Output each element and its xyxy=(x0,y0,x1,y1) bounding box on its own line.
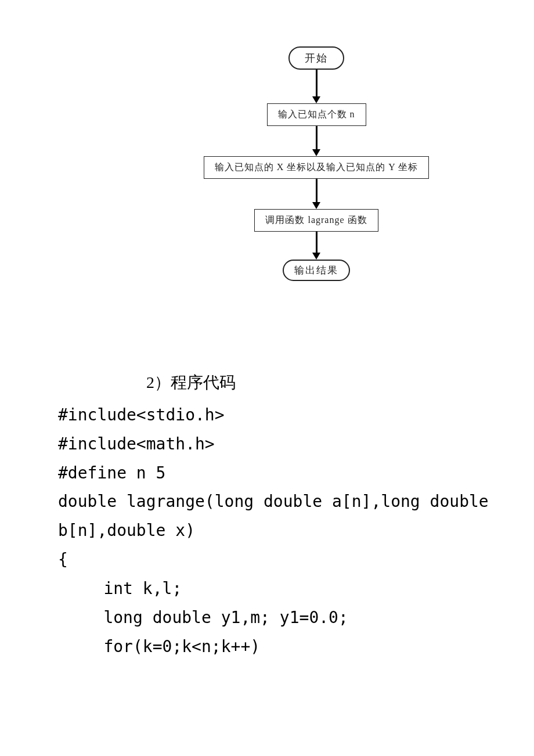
flowchart-arrow xyxy=(316,232,317,260)
flowchart-arrow xyxy=(316,70,317,103)
flowchart-step-input-n: 输入已知点个数 n xyxy=(267,103,366,126)
flowchart-step-label: 输入已知点个数 n xyxy=(278,109,355,119)
flowchart-start-terminator: 开始 xyxy=(288,46,344,70)
flowchart-arrow xyxy=(316,179,317,209)
code-block: #include<stdio.h> #include<math.h> #defi… xyxy=(58,401,488,661)
code-line: b[n],double x) xyxy=(58,521,195,540)
flowchart-arrow xyxy=(316,126,317,156)
flowchart-step-call-lagrange: 调用函数 lagrange 函数 xyxy=(254,209,378,232)
code-line: double lagrange(long double a[n],long do… xyxy=(58,492,489,511)
section-heading: 2）程序代码 xyxy=(146,372,236,394)
flowchart-step-input-xy: 输入已知点的 X 坐标以及输入已知点的 Y 坐标 xyxy=(204,156,430,179)
flowchart-end-terminator: 输出结果 xyxy=(283,260,350,281)
flowchart-end-label: 输出结果 xyxy=(294,265,338,276)
code-line: { xyxy=(58,550,68,569)
code-line: #define n 5 xyxy=(58,463,165,483)
flowchart-start-label: 开始 xyxy=(305,52,328,64)
code-line: #include<stdio.h> xyxy=(58,405,225,424)
code-line: long double y1,m; y1=0.0; xyxy=(103,608,348,627)
flowchart-step-label: 调用函数 lagrange 函数 xyxy=(265,215,367,225)
code-line: for(k=0;k<n;k++) xyxy=(103,637,260,656)
document-page: 开始 输入已知点个数 n 输入已知点的 X 坐标以及输入已知点的 Y 坐标 调用… xyxy=(0,0,534,756)
section-heading-text: 2）程序代码 xyxy=(146,373,236,391)
flowchart: 开始 输入已知点个数 n 输入已知点的 X 坐标以及输入已知点的 Y 坐标 调用… xyxy=(192,46,441,281)
flowchart-step-label: 输入已知点的 X 坐标以及输入已知点的 Y 坐标 xyxy=(215,162,418,172)
code-line: int k,l; xyxy=(103,579,182,598)
code-line: #include<math.h> xyxy=(58,434,215,453)
